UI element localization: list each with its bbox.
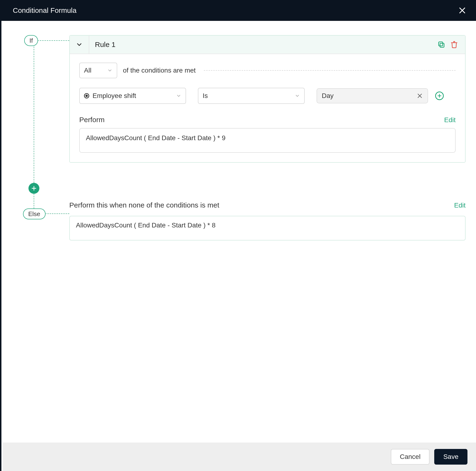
connector-vertical-1 [34, 47, 34, 183]
close-button[interactable] [457, 5, 467, 16]
condition-value-wrap: Day [317, 88, 444, 103]
match-mode-value: All [84, 67, 91, 74]
else-header-row: Perform this when none of the conditions… [69, 201, 466, 209]
edit-formula-link[interactable]: Edit [444, 116, 456, 124]
radio-dot-icon [84, 93, 89, 98]
condition-value-text: Day [322, 92, 334, 100]
perform-label: Perform [79, 116, 105, 124]
close-icon [417, 93, 423, 99]
plus-icon [437, 94, 442, 98]
rule-header: Rule 1 [70, 35, 465, 54]
save-button[interactable]: Save [434, 449, 467, 465]
condition-field-value: Employee shift [93, 92, 136, 100]
condition-operator-select[interactable]: Is [198, 88, 305, 104]
close-icon [458, 6, 466, 15]
cancel-button[interactable]: Cancel [391, 449, 429, 465]
match-mode-text: of the conditions are met [123, 67, 196, 74]
connector-else-h [45, 213, 69, 214]
rule-card: Rule 1 All [69, 35, 466, 163]
plus-icon [31, 185, 37, 191]
if-pill: If [24, 35, 38, 46]
content-area: If Else Rule 1 [3, 21, 476, 442]
add-rule-button[interactable] [29, 183, 39, 194]
titlebar: Conditional Formula [1, 0, 476, 21]
rule-formula-display[interactable]: AllowedDaysCount ( End Date - Start Date… [79, 128, 456, 153]
condition-value-chip[interactable]: Day [317, 88, 428, 103]
perform-header-row: Perform Edit [79, 116, 456, 124]
else-label: Else [28, 210, 40, 217]
delete-rule-button[interactable] [449, 39, 459, 50]
chevron-down-icon [295, 93, 300, 98]
chevron-down-icon [76, 41, 83, 48]
condition-field-select[interactable]: Employee shift [79, 88, 186, 104]
else-formula-display[interactable]: AllowedDaysCount ( End Date - Start Date… [69, 216, 466, 241]
add-condition-button[interactable] [435, 92, 444, 100]
footer: Cancel Save [3, 442, 476, 471]
match-mode-row: All of the conditions are met [79, 63, 456, 78]
svg-rect-4 [440, 43, 444, 47]
divider-dashed [204, 70, 456, 71]
modal: Conditional Formula If Else Rule 1 [0, 0, 476, 471]
modal-title: Conditional Formula [13, 6, 76, 15]
else-block: Perform this when none of the conditions… [69, 201, 466, 241]
rule-collapse-toggle[interactable] [70, 35, 89, 54]
else-description: Perform this when none of the conditions… [69, 201, 219, 209]
clear-value-button[interactable] [417, 93, 423, 99]
svg-rect-5 [439, 42, 443, 46]
duplicate-rule-button[interactable] [436, 39, 447, 50]
trash-icon [450, 41, 458, 49]
condition-row: Employee shift Is [79, 88, 456, 104]
connector-vertical-2 [34, 194, 34, 209]
match-mode-select[interactable]: All [79, 63, 117, 78]
chevron-down-icon [176, 93, 181, 98]
rule-title: Rule 1 [89, 41, 434, 49]
chevron-down-icon [107, 68, 113, 73]
copy-icon [437, 41, 445, 49]
else-pill: Else [23, 209, 46, 219]
edit-else-formula-link[interactable]: Edit [454, 202, 466, 209]
rule-body: All of the conditions are met E [70, 54, 465, 162]
condition-operator-value: Is [203, 92, 208, 100]
connector-if-h [37, 40, 69, 41]
if-label: If [29, 37, 33, 44]
